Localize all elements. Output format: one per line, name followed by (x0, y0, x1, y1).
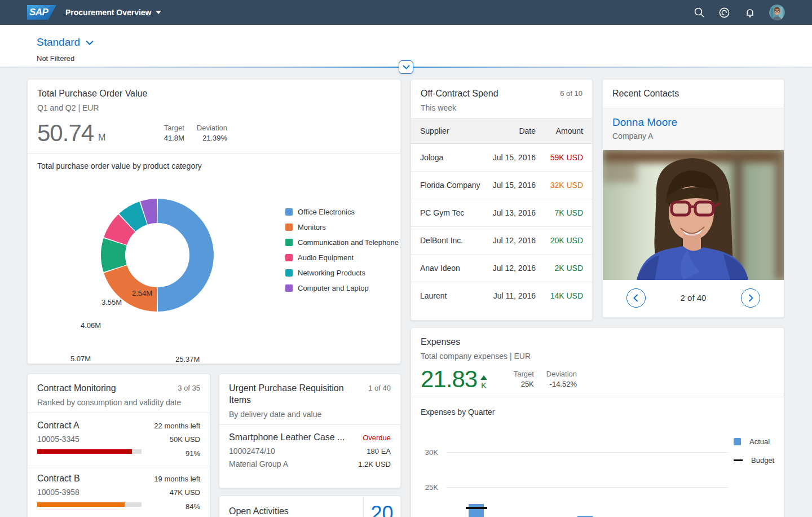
legend-item: Networking Products (285, 265, 399, 281)
table-row[interactable]: DelBont Inc. Jul 12, 2016 20K USD (411, 227, 592, 255)
table-header: Supplier Date Amount (411, 118, 592, 144)
legend-swatch (285, 239, 293, 246)
card-contract-monitoring[interactable]: Contract Monitoring 3 of 35 Ranked by co… (27, 374, 210, 517)
supplier-cell: Anav Ideon (420, 264, 484, 273)
card-total-purchase-order-value[interactable]: Total Purchase Order Value Q1 and Q2 | E… (27, 79, 401, 364)
donut-slice-4[interactable] (127, 213, 143, 222)
bar-chart-title: Expenses by Quarter (411, 397, 784, 417)
open-activities-count-box: 20 (363, 496, 400, 517)
amount-cell: 7K USD (536, 208, 583, 217)
contract-id: 10005-3345 (37, 435, 170, 444)
user-avatar-image (769, 5, 785, 20)
contract-months-left: 22 months left (154, 422, 200, 430)
legend-item: Monitors (285, 220, 399, 235)
card-open-activities[interactable]: Open Activities 20 (219, 496, 401, 517)
date-cell: Jul 11, 2016 (484, 291, 536, 300)
item-name: Smartphone Leather Case ... (229, 432, 363, 442)
date-cell: Jul 15, 2016 (484, 153, 536, 162)
card-recent-contacts[interactable]: Recent Contacts Donna Moore Company A (602, 79, 784, 318)
contract-value: 47K USD (170, 488, 200, 497)
contract-list-item[interactable]: Contract A 22 months left 10005-3345 50K… (28, 413, 210, 466)
donut-slice-3[interactable] (116, 223, 127, 241)
table-row[interactable]: Anav Ideon Jul 12, 2016 2K USD (411, 255, 592, 282)
legend-label: Audio Equipment (298, 253, 354, 262)
card-header: Total Purchase Order Value Q1 and Q2 | E… (28, 80, 400, 118)
card-title: Urgent Purchase Requisition Items (229, 383, 359, 406)
legend-label: Office Electronics (298, 208, 355, 216)
next-contact-button[interactable] (741, 288, 760, 308)
contract-name: Contract A (37, 420, 154, 431)
slice-label: 4.06M (81, 321, 101, 330)
card-title: Expenses (421, 336, 774, 348)
collapse-header-button[interactable] (399, 60, 413, 74)
card-expenses[interactable]: Expenses Total company expenses | EUR 21… (411, 327, 784, 517)
card-title: Contract Monitoring (37, 383, 116, 395)
card-title: Recent Contacts (612, 88, 774, 100)
budget-dash-icon (734, 459, 743, 461)
donut-slice-2[interactable] (113, 242, 116, 268)
item-value: 1.2K USD (358, 460, 391, 468)
bar-actual-1[interactable] (469, 504, 484, 517)
card-counter: 3 of 35 (178, 383, 200, 392)
gridline (446, 452, 728, 453)
donut-slice-5[interactable] (144, 211, 157, 213)
legend-label: Monitors (298, 223, 326, 231)
budget-tick-1 (466, 507, 487, 509)
consumption-progress-bar (37, 502, 142, 507)
card-subtitle: Ranked by consumption and validity date (37, 398, 200, 407)
table-row[interactable]: Laurent Jul 11, 2016 14K USD (411, 282, 592, 310)
legend-swatch (285, 284, 293, 292)
contact-name-link[interactable]: Donna Moore (612, 116, 774, 129)
legend-label: Budget (751, 456, 774, 465)
user-avatar[interactable] (769, 5, 785, 20)
table-row[interactable]: PC Gym Tec Jul 13, 2016 7K USD (411, 199, 592, 227)
requisition-list-item[interactable]: Smartphone Leather Case ... Overdue 1000… (219, 425, 400, 476)
kpi-row: 50.74 M Target 41.8M Deviation 21.39% (28, 118, 400, 153)
search-icon[interactable] (693, 7, 705, 19)
supplier-cell: Florida Company (420, 181, 484, 190)
card-header: Contract Monitoring 3 of 35 Ranked by co… (28, 374, 210, 413)
donut-slice-0[interactable] (158, 211, 202, 299)
notifications-bell-icon[interactable] (744, 7, 756, 19)
legend-label: Communication and Telephone (298, 238, 399, 247)
kpi-meta: Target 25K Deviation -14.52% (514, 367, 577, 388)
table-row[interactable]: Florida Company Jul 15, 2016 32K USD (411, 172, 592, 199)
slice-label: 3.55M (102, 298, 122, 306)
item-material-group: Material Group A (229, 459, 358, 468)
kpi-value: 21.83 (421, 367, 477, 391)
legend-swatch (285, 224, 293, 231)
pagination-text: 2 of 40 (681, 293, 707, 303)
legend-item: Computer and Laptop (285, 281, 399, 296)
card-off-contract-spend[interactable]: Off-Contract Spend 6 of 10 This week Sup… (411, 79, 593, 321)
legend-item: Budget (734, 451, 774, 470)
target-label: Target (164, 124, 184, 132)
copilot-icon[interactable] (718, 7, 730, 19)
deviation-label: Deviation (546, 370, 577, 378)
contract-list-item[interactable]: Contract B 19 months left 10005-3958 47K… (28, 466, 210, 517)
card-urgent-purchase-requisition[interactable]: Urgent Purchase Requisition Items 1 of 4… (219, 374, 401, 488)
consumption-progress-bar (37, 449, 142, 454)
legend-label: Actual (749, 437, 770, 446)
card-title: Open Activities (219, 496, 363, 517)
kpi-row: 21.83 K Target 25K Deviation -14.52% (411, 366, 784, 397)
contract-value: 50K USD (170, 435, 200, 444)
deviation-value: -14.52% (550, 380, 577, 388)
legend-swatch (285, 208, 293, 216)
date-cell: Jul 13, 2016 (484, 208, 536, 217)
variant-selector[interactable]: Standard (37, 36, 94, 49)
item-id: 10002474/10 (229, 446, 367, 455)
gridline (446, 487, 728, 488)
legend-item: Audio Equipment (285, 250, 399, 265)
item-status-badge: Overdue (363, 433, 391, 442)
y-axis-tick: 30K (413, 448, 438, 457)
contract-id: 10005-3958 (37, 488, 170, 497)
card-subtitle: Q1 and Q2 | EUR (37, 103, 391, 112)
supplier-cell: DelBont Inc. (420, 236, 484, 245)
legend-swatch (734, 438, 741, 445)
previous-contact-button[interactable] (626, 288, 646, 308)
sap-logo[interactable]: SAP (27, 5, 56, 20)
contract-months-left: 19 months left (154, 475, 200, 483)
slice-label: 25.37M (175, 355, 200, 363)
app-title-menu[interactable]: Procurement Overview (65, 8, 161, 17)
table-row[interactable]: Jologa Jul 15, 2016 59K USD (411, 144, 592, 172)
